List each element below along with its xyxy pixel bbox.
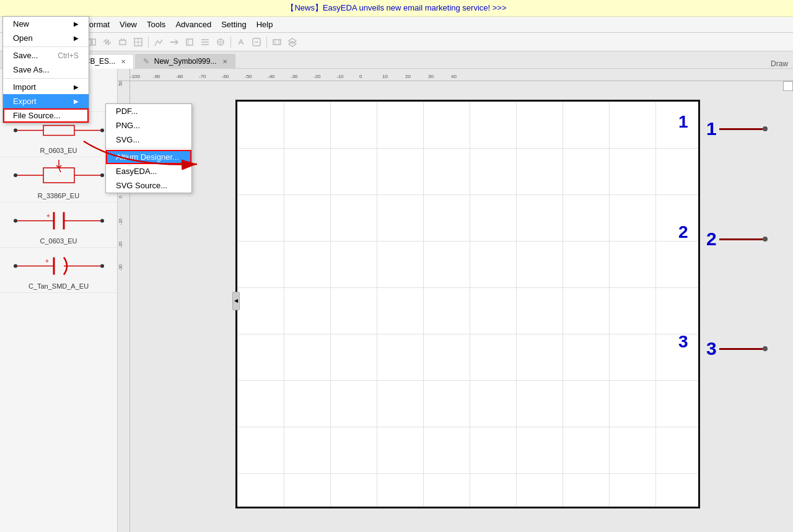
export-submenu-container: PDF... PNG... SVG... Altium Designer... … bbox=[105, 103, 192, 193]
component-c0603[interactable]: + C_0603_EU bbox=[0, 203, 117, 248]
menu-filesource-item[interactable]: File Source... bbox=[3, 108, 89, 123]
r3386-symbol bbox=[9, 160, 108, 191]
menu-open-arrow: ▶ bbox=[74, 35, 79, 41]
schematic-canvas[interactable] bbox=[235, 100, 700, 508]
ctan-label: C_Tan_SMD_A_EU bbox=[28, 282, 89, 290]
export-svgsource-label: SVG Source... bbox=[116, 181, 167, 190]
toolbar-sep-2 bbox=[148, 37, 149, 48]
tab-symbol-icon: ✎ bbox=[143, 57, 149, 66]
tb-btn-13[interactable] bbox=[250, 35, 263, 49]
menu-view[interactable]: View bbox=[115, 19, 142, 30]
export-easyeda-label: EasyEDA... bbox=[116, 167, 157, 176]
r0603-label: R_0603_EU bbox=[40, 147, 77, 154]
export-png-item[interactable]: PNG... bbox=[106, 118, 191, 133]
menu-tools[interactable]: Tools bbox=[142, 19, 170, 30]
ruler-corner bbox=[118, 69, 130, 81]
menu-open-label: Open bbox=[13, 33, 33, 43]
export-sep bbox=[106, 148, 191, 149]
menu-sep-1 bbox=[3, 46, 89, 47]
menu-export-item[interactable]: Export ▶ bbox=[3, 94, 89, 108]
c0603-symbol: + bbox=[9, 205, 108, 236]
tb-btn-6[interactable] bbox=[131, 35, 145, 49]
tb-btn-11[interactable] bbox=[214, 35, 227, 49]
menu-open-item[interactable]: Open ▶ bbox=[3, 31, 89, 45]
tb-btn-7[interactable] bbox=[152, 35, 165, 49]
menu-new-item[interactable]: New ▶ bbox=[3, 17, 89, 31]
menu-import-arrow: ▶ bbox=[74, 84, 79, 90]
menu-export-arrow: ▶ bbox=[74, 98, 79, 105]
menu-filesource-label: File Source... bbox=[13, 111, 61, 120]
c0603-label: C_0603_EU bbox=[40, 237, 77, 245]
svg-point-46 bbox=[14, 128, 17, 132]
tab-pcb-close[interactable]: ✕ bbox=[121, 58, 126, 65]
menu-saveas-label: Save As... bbox=[13, 65, 50, 74]
tab-symbol[interactable]: ✎ New_Symbol999... ✕ bbox=[135, 54, 235, 68]
panel-collapse-handle[interactable]: ◀ bbox=[232, 292, 240, 310]
export-svg-label: SVG... bbox=[116, 135, 139, 144]
tb-btn-14[interactable] bbox=[270, 35, 284, 49]
svg-marker-33 bbox=[289, 41, 296, 46]
export-svg-item[interactable]: SVG... bbox=[106, 133, 191, 147]
menu-help[interactable]: Help bbox=[252, 19, 278, 30]
svg-rect-49 bbox=[43, 168, 74, 183]
svg-point-56 bbox=[100, 173, 104, 177]
news-link[interactable]: 【News】EasyEDA unveils new email marketin… bbox=[286, 3, 506, 12]
export-dropdown-menu: PDF... PNG... SVG... Altium Designer... … bbox=[105, 103, 192, 193]
svg-line-54 bbox=[59, 168, 61, 172]
menu-save-shortcut: Ctrl+S bbox=[58, 51, 79, 60]
resize-handle[interactable] bbox=[783, 81, 793, 91]
svg-point-68 bbox=[100, 264, 104, 268]
menu-setting[interactable]: Setting bbox=[216, 19, 251, 30]
tb-btn-9[interactable] bbox=[183, 35, 196, 49]
export-png-label: PNG... bbox=[116, 121, 140, 130]
export-pdf-label: PDF... bbox=[116, 107, 138, 116]
menu-save-item[interactable]: Save... Ctrl+S bbox=[3, 48, 89, 63]
canvas-content[interactable]: 1 2 3 1 2 3 bbox=[130, 81, 793, 532]
svg-text:+: + bbox=[45, 257, 49, 264]
svg-marker-32 bbox=[289, 38, 296, 43]
tb-btn-8[interactable] bbox=[167, 35, 181, 49]
component-r3386[interactable]: R_3386P_EU bbox=[0, 157, 117, 203]
export-pdf-item[interactable]: PDF... bbox=[106, 104, 191, 118]
tb-btn-12[interactable] bbox=[234, 35, 248, 49]
pin-3-line bbox=[719, 348, 763, 350]
tb-btn-layers[interactable] bbox=[286, 35, 299, 49]
tb-btn-4[interactable] bbox=[100, 35, 114, 49]
tab-symbol-label: New_Symbol999... bbox=[154, 57, 217, 66]
export-altium-item[interactable]: Altium Designer... bbox=[106, 150, 191, 164]
menu-import-item[interactable]: Import ▶ bbox=[3, 80, 89, 94]
left-panel: nd(1) VCC R_0603_EU bbox=[0, 69, 118, 532]
toolbar-sep-4 bbox=[266, 37, 267, 48]
menu-new-arrow: ▶ bbox=[74, 20, 79, 27]
canvas-area: -100 -90 -80 -70 -60 -50 -40 -30 -20 -10… bbox=[118, 69, 793, 532]
export-svgsource-item[interactable]: SVG Source... bbox=[106, 178, 191, 193]
pin-3-dot bbox=[763, 346, 768, 351]
pin-2-line bbox=[719, 238, 763, 240]
ctan-symbol: + bbox=[9, 250, 108, 281]
component-ctan[interactable]: + C_Tan_SMD_A_EU bbox=[0, 248, 117, 293]
pin-2-right-label: 2 bbox=[706, 229, 717, 250]
menu-saveas-item[interactable]: Save As... bbox=[3, 63, 89, 77]
svg-point-55 bbox=[14, 173, 17, 177]
menu-advanced[interactable]: Advanced bbox=[170, 19, 216, 30]
tb-btn-5[interactable] bbox=[116, 35, 129, 49]
tb-btn-10[interactable] bbox=[198, 35, 212, 49]
svg-rect-10 bbox=[92, 39, 95, 45]
menu-save-label: Save... bbox=[13, 51, 38, 60]
toolbar bbox=[0, 33, 793, 51]
tab-symbol-close[interactable]: ✕ bbox=[222, 58, 227, 65]
menu-import-label: Import bbox=[13, 82, 36, 92]
svg-rect-11 bbox=[120, 40, 126, 45]
toolbar-sep-3 bbox=[230, 37, 231, 48]
pin-1-right-label: 1 bbox=[706, 118, 717, 139]
ruler-top: -100 -90 -80 -70 -60 -50 -40 -30 -20 -10… bbox=[130, 69, 793, 81]
pin-1-right: 1 bbox=[706, 118, 768, 139]
pin-3-right-label: 3 bbox=[706, 338, 717, 359]
export-easyeda-item[interactable]: EasyEDA... bbox=[106, 164, 191, 178]
svg-point-61 bbox=[14, 219, 17, 222]
svg-rect-44 bbox=[43, 125, 74, 135]
svg-text:+: + bbox=[46, 212, 50, 219]
menu-sep-2 bbox=[3, 78, 89, 79]
svg-point-67 bbox=[14, 264, 17, 268]
tabs-bar: Start 🔲 *PCB_PCB_ES... ✕ ✎ New_Symbol999… bbox=[0, 51, 793, 69]
